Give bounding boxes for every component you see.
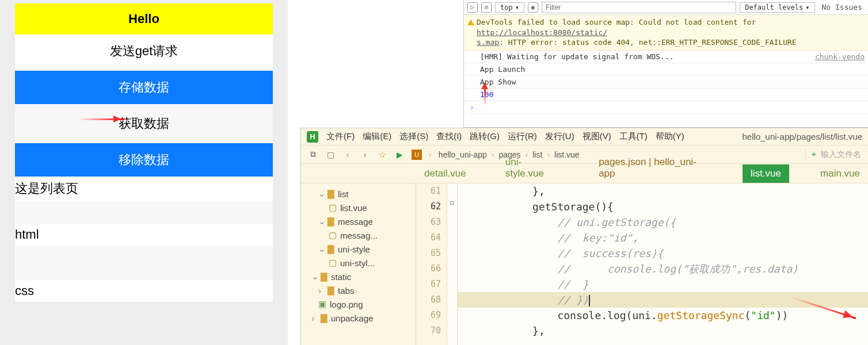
save-icon[interactable]: ▢	[325, 150, 336, 159]
send-get-button[interactable]: 发送get请求	[15, 34, 273, 68]
store-data-button[interactable]: 存储数据	[15, 71, 273, 104]
tab-detail[interactable]: detail.vue	[416, 164, 474, 183]
annotation-arrow-icon	[484, 86, 486, 106]
tree-folder-unpackage[interactable]: ›▇unpackage	[303, 311, 413, 325]
menu-run[interactable]: 运行(R)	[508, 131, 537, 142]
star-icon[interactable]: ☆	[377, 150, 387, 159]
code-editor[interactable]: 61 62 63 64 65 66 67 68 69 70 ⊟ }, getSt…	[416, 183, 868, 345]
code-line: // })	[458, 292, 868, 308]
list-page-title: 这是列表页	[15, 177, 273, 201]
code-line: // uni.getStorage({	[458, 214, 868, 230]
code-line: // success(res){	[458, 246, 868, 261]
tree-folder-static[interactable]: ⌄▇static	[303, 270, 413, 283]
menu-file[interactable]: 文件(F)	[326, 131, 355, 142]
hbuilder-ide: H 文件(F) 编辑(E) 选择(S) 查找(I) 跳转(G) 运行(R) 发行…	[300, 128, 868, 345]
chevron-down-icon: ▾	[515, 3, 519, 12]
list-item[interactable]: css	[15, 280, 273, 302]
console-prompt[interactable]: ›	[464, 101, 868, 114]
fetch-data-label: 获取数据	[119, 116, 169, 131]
file-search-placeholder: 输入文件名	[821, 150, 861, 160]
context-label: top	[500, 3, 513, 12]
file-search[interactable]: ⌖ 输入文件名	[805, 150, 861, 160]
nav-forward-icon[interactable]: ›	[360, 150, 370, 159]
log-number: 100	[480, 90, 493, 99]
tab-listvue[interactable]: list.vue	[743, 164, 789, 183]
warning-url2[interactable]: s.map	[477, 38, 499, 47]
list-item[interactable]: html	[15, 224, 273, 246]
warning-text: DevTools failed to load source map: Coul…	[477, 18, 756, 26]
menu-publish[interactable]: 发行(U)	[545, 131, 574, 142]
run-icon[interactable]: ▶	[394, 150, 405, 159]
tree-folder-message[interactable]: ⌄▇message	[303, 214, 413, 228]
app-preview-pane: Hello 发送get请求 存储数据 获取数据 移除数据 这是列表页 html …	[0, 0, 288, 345]
tab-unistyle[interactable]: uni-style.vue	[497, 153, 568, 183]
menu-edit[interactable]: 编辑(E)	[363, 131, 391, 142]
menu-find[interactable]: 查找(I)	[436, 131, 462, 142]
warning-text2: : HTTP error: status code 404, net::ERR_…	[499, 38, 797, 47]
app-screen: Hello 发送get请求 存储数据 获取数据 移除数据 这是列表页 html …	[15, 3, 273, 302]
editor-tabs: detail.vue uni-style.vue pages.json | he…	[301, 164, 868, 183]
console-log-row: App Show	[464, 76, 868, 89]
tree-file-logo[interactable]: ▣logo.png	[303, 297, 413, 311]
hello-header: Hello	[15, 3, 273, 34]
text-cursor	[589, 295, 590, 306]
menu-view[interactable]: 视图(V)	[583, 131, 611, 142]
console-log-row: App Launch	[464, 63, 868, 76]
tree-file-listvue[interactable]: ▢list.vue	[303, 201, 413, 214]
vue-badge-icon: U	[412, 150, 422, 160]
ide-toolbar: ⧉ ▢ ‹ › ☆ ▶ U › hello_uni-app› pages› li…	[301, 145, 868, 164]
fetch-data-button[interactable]: 获取数据	[15, 107, 273, 140]
ide-body: ⌄▇list ▢list.vue ⌄▇message ▢messag... ⌄▇…	[301, 183, 868, 345]
fold-gutter[interactable]: ⊟	[447, 183, 458, 345]
code-line: // console.log("获取成功",res.data)	[458, 261, 868, 277]
code-line: },	[458, 183, 868, 199]
code-line: console.log(uni.getStorageSync("id"))	[458, 308, 868, 323]
issues-label: No Issues	[818, 3, 866, 12]
console-log-row: 100	[464, 89, 868, 101]
chevron-down-icon: ▾	[805, 3, 809, 12]
code-line: getStorage(){	[458, 199, 868, 214]
code-line: // key:"id",	[458, 230, 868, 246]
hbuilder-logo-icon: H	[307, 131, 318, 143]
new-file-icon[interactable]: ⧉	[308, 150, 318, 159]
log-text: [HMR] Waiting for update signal from WDS…	[480, 52, 674, 61]
levels-label: Default levels	[745, 3, 803, 12]
code-line: // }	[458, 277, 868, 292]
clear-console-icon[interactable]: ⊘	[481, 2, 492, 13]
code-line: },	[458, 323, 868, 339]
context-select[interactable]: top▾	[495, 2, 524, 13]
warning-icon	[467, 16, 474, 25]
remove-data-button[interactable]: 移除数据	[15, 143, 273, 177]
menu-help[interactable]: 帮助(Y)	[656, 131, 684, 142]
project-tree[interactable]: ⌄▇list ▢list.vue ⌄▇message ▢messag... ⌄▇…	[301, 183, 416, 345]
tree-file-message[interactable]: ▢messag...	[303, 228, 413, 242]
crumb-project[interactable]: hello_uni-app	[439, 150, 487, 159]
annotation-arrow-icon	[78, 118, 124, 120]
tab-pagesjson[interactable]: pages.json | hello_uni-app	[591, 153, 719, 183]
tree-folder-list[interactable]: ⌄▇list	[303, 187, 413, 201]
console-toolbar: ▷ ⊘ top▾ ◉ Default levels▾ No Issues	[464, 0, 868, 15]
warning-url[interactable]: http://localhost:8080/static/	[477, 28, 607, 37]
tree-folder-tabs[interactable]: ›▇tabs	[303, 283, 413, 297]
fold-icon[interactable]: ⊟	[447, 199, 457, 214]
tree-file-unistyle[interactable]: ▢uni-styl...	[303, 256, 413, 270]
ide-title-path: hello_uni-app/pages/list/list.vue	[743, 132, 862, 141]
log-source-link[interactable]: chunk-vendo	[815, 52, 865, 61]
console-log-row: [HMR] Waiting for update signal from WDS…	[464, 51, 868, 63]
menu-tools[interactable]: 工具(T)	[619, 131, 648, 142]
menu-goto[interactable]: 跳转(G)	[470, 131, 500, 142]
play-icon[interactable]: ▷	[467, 2, 478, 13]
console-warning: DevTools failed to load source map: Coul…	[464, 15, 868, 51]
tree-folder-unistyle[interactable]: ⌄▇uni-style	[303, 242, 413, 256]
devtools-console: ▷ ⊘ top▾ ◉ Default levels▾ No Issues Dev…	[463, 0, 868, 128]
eye-icon[interactable]: ◉	[528, 2, 538, 13]
locate-icon[interactable]: ⌖	[812, 150, 816, 159]
line-gutter: 61 62 63 64 65 66 67 68 69 70	[416, 183, 447, 345]
filter-input[interactable]	[542, 2, 736, 13]
menu-select[interactable]: 选择(S)	[399, 131, 428, 142]
nav-back-icon[interactable]: ‹	[342, 150, 353, 159]
ide-menubar: H 文件(F) 编辑(E) 选择(S) 查找(I) 跳转(G) 运行(R) 发行…	[301, 128, 868, 145]
tab-main[interactable]: main.vue	[812, 164, 868, 183]
log-levels-select[interactable]: Default levels▾	[740, 2, 814, 13]
chevron-right-icon: ›	[429, 150, 432, 159]
